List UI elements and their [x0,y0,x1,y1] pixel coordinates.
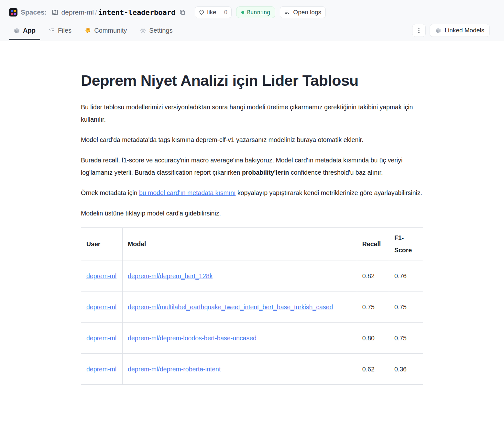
tab-app[interactable]: App [9,27,40,40]
spaces-label: Spaces: [21,8,47,16]
status-label: Running [247,9,270,16]
markdown-content: Deprem Niyet Analizi için Lider Tablosu … [81,40,423,403]
table-header-row: User Model Recall F1-Score [81,228,423,260]
user-link[interactable]: deprem-ml [86,366,116,373]
user-link[interactable]: deprem-ml [86,272,116,280]
paragraph-metadata: Örnek metadata için bu model card'ın met… [81,187,423,199]
breadcrumb-space-link[interactable]: intent-leaderboard [98,8,175,16]
cube-icon [435,28,441,34]
like-button-group: like 0 [195,6,232,18]
kebab-icon [416,28,422,33]
tabs: App Files [9,27,177,40]
files-icon [49,28,55,34]
paragraph-clickhint: Modelin üstüne tıklayıp model card'a gid… [81,207,423,219]
like-button[interactable]: like [195,7,220,18]
tab-bar-right: Linked Models [412,24,490,40]
app-frame: Deprem Niyet Analizi için Lider Tablosu … [0,40,504,403]
col-header-model: Model [123,228,357,260]
paragraph-intro: Bu lider tablosu modellerimizi versiyonl… [81,101,423,126]
breadcrumb-owner-link[interactable]: deprem-ml [61,8,94,16]
tab-files[interactable]: Files [44,27,76,40]
col-header-user: User [81,228,123,260]
f1-value: 0.75 [389,323,423,354]
logs-icon [284,9,290,16]
recall-value: 0.82 [357,260,389,292]
recall-value: 0.75 [357,292,389,323]
page-title: Deprem Niyet Analizi için Lider Tablosu [81,72,423,89]
table-row: deprem-ml deprem-ml/deprem-loodos-bert-b… [81,323,423,354]
recall-value: 0.80 [357,323,389,354]
model-link[interactable]: deprem-ml/deprem_bert_128k [128,272,213,280]
model-link[interactable]: deprem-ml/deprem-roberta-intent [128,366,221,373]
tab-bar: App Files [0,20,504,40]
heart-icon [199,9,205,16]
f1-value: 0.75 [389,292,423,323]
gear-icon [140,28,146,34]
book-icon [51,9,59,16]
model-link[interactable]: deprem-ml/multilabel_earthquake_tweet_in… [128,303,333,311]
status-dot-icon [241,11,244,14]
like-count[interactable]: 0 [220,7,231,18]
kebab-menu-button[interactable] [412,24,426,37]
table-row: deprem-ml deprem-ml/deprem-roberta-inten… [81,354,423,385]
cube-icon [14,28,20,34]
table-row: deprem-ml deprem-ml/multilabel_earthquak… [81,292,423,323]
metadata-example-link[interactable]: bu model card'ın metadata kısmını [139,189,236,196]
col-header-recall: Recall [357,228,389,260]
f1-value: 0.76 [389,260,423,292]
header-actions: like 0 Running Open logs [195,6,326,18]
linked-models-button[interactable]: Linked Models [430,24,490,37]
breadcrumb: Spaces: deprem-ml / intent-leaderboard [0,0,504,20]
leaderboard-table: User Model Recall F1-Score deprem-ml dep… [81,227,423,385]
top-bar: Spaces: deprem-ml / intent-leaderboard [0,0,504,40]
community-icon [84,27,91,34]
tab-community[interactable]: Community [80,27,131,40]
open-logs-button[interactable]: Open logs [280,6,326,18]
spaces-logo-icon[interactable] [9,8,17,16]
status-badge[interactable]: Running [236,6,276,18]
model-link[interactable]: deprem-ml/deprem-loodos-bert-base-uncase… [128,335,257,342]
tab-settings[interactable]: Settings [135,27,177,40]
recall-value: 0.62 [357,354,389,385]
breadcrumb-separator: / [95,8,97,16]
f1-value: 0.36 [389,354,423,385]
table-row: deprem-ml deprem-ml/deprem_bert_128k 0.8… [81,260,423,292]
copy-icon[interactable] [179,8,186,16]
paragraph-metrics: Burada recall, f1-score ve accuracy'nin … [81,154,423,179]
col-header-f1: F1-Score [389,228,423,260]
user-link[interactable]: deprem-ml [86,335,116,342]
user-link[interactable]: deprem-ml [86,303,116,311]
bold-probability: probability'lerin [242,169,289,176]
paragraph-tags: Model card'da metadata'da tags kısmına d… [81,134,423,146]
